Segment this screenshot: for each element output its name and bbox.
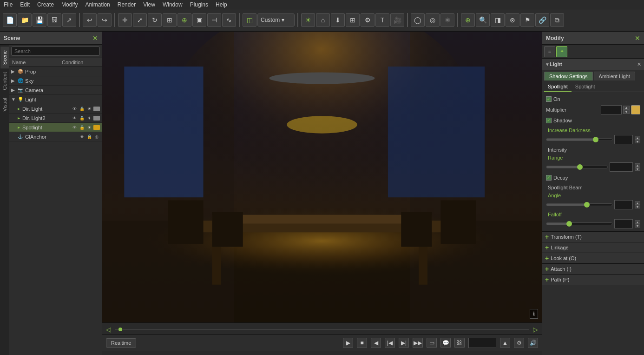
share-button[interactable]: ⊗ <box>506 13 519 27</box>
vis-icon[interactable]: 👁 <box>71 124 78 131</box>
attach-header[interactable]: + Attach (I) <box>542 264 644 274</box>
timeline-playhead[interactable] <box>118 328 122 331</box>
frame-up-button[interactable]: ▲ <box>500 338 510 348</box>
vtab-visual[interactable]: Visual <box>0 94 9 115</box>
falloff-thumb[interactable] <box>566 221 572 227</box>
search-input[interactable] <box>11 47 100 56</box>
range-label[interactable]: Range <box>544 154 642 161</box>
viewport-info-button[interactable]: ℹ <box>530 309 538 319</box>
lock-icon[interactable]: 🔒 <box>79 106 85 112</box>
tree-item-prop[interactable]: ▶ 📦 Prop <box>9 67 102 76</box>
shadow-checkbox[interactable] <box>546 118 552 123</box>
color-swatch[interactable] <box>93 116 100 121</box>
on-checkbox[interactable] <box>546 96 552 102</box>
screen-button[interactable]: ▭ <box>427 338 437 348</box>
tree-item-sky[interactable]: ▶ 🌐 Sky <box>9 76 102 86</box>
save-as-button[interactable]: 🖫 <box>47 13 61 27</box>
path-header[interactable]: + Path (P) <box>542 275 644 285</box>
brush-button[interactable]: ⊕ <box>177 13 191 27</box>
step-fwd-button[interactable]: ▶| <box>399 338 409 348</box>
move-button[interactable]: ⤢ <box>133 13 147 27</box>
spotlight-tab2[interactable]: Spotlight <box>572 82 599 92</box>
chat-button[interactable]: 💬 <box>440 338 451 348</box>
tree-item-glanchor[interactable]: ⚓ GlAnchor 👁 🔒 ◎ <box>9 132 102 141</box>
vis-icon[interactable]: 👁 <box>71 115 78 121</box>
stop-button[interactable]: ■ <box>357 338 367 348</box>
darkness-input[interactable]: 40 <box>614 135 633 144</box>
audio-button[interactable]: 🔊 <box>528 338 538 348</box>
sun-icon[interactable]: ☀ <box>86 106 92 112</box>
prev-frame-button[interactable]: ◀ <box>371 338 381 348</box>
lock-icon[interactable]: 🔒 <box>86 134 92 140</box>
angle-up[interactable]: ▲ <box>635 201 640 205</box>
transform-header[interactable]: + Transform (T) <box>542 232 644 242</box>
vtab-scene[interactable]: Content <box>0 68 9 94</box>
tree-item-dirlight2[interactable]: ▸ Dir. Light2 👁 🔒 ☀ <box>9 114 102 123</box>
redo-button[interactable]: ↪ <box>98 13 112 27</box>
curve-button[interactable]: ∿ <box>222 13 236 27</box>
light-section-header[interactable]: ▼ Light ✕ <box>542 59 644 70</box>
step-back-button[interactable]: |◀ <box>385 338 395 348</box>
timeline-track[interactable] <box>115 329 529 330</box>
increase-darkness-label[interactable]: Increase Darkness <box>544 126 642 134</box>
realtime-button[interactable]: Realtime <box>106 338 136 348</box>
multiplier-input[interactable]: 1.45 <box>601 105 622 114</box>
menu-view[interactable]: View <box>143 1 155 8</box>
physics-button[interactable]: ⚛ <box>440 13 454 27</box>
menu-render[interactable]: Render <box>118 1 136 8</box>
multiplier-up[interactable]: ▲ <box>623 106 630 110</box>
angle-slider[interactable] <box>546 203 612 206</box>
open-button[interactable]: 📁 <box>18 13 32 27</box>
rotate-button[interactable]: ↻ <box>148 13 162 27</box>
falloff-down[interactable]: ▼ <box>635 224 640 228</box>
darkness-up[interactable]: ▲ <box>635 136 640 140</box>
vis-icon[interactable]: 👁 <box>71 106 78 112</box>
menu-modify[interactable]: Modify <box>61 1 78 8</box>
mirror-button[interactable]: ⊣ <box>207 13 221 27</box>
layer-button[interactable]: ◎ <box>426 13 440 27</box>
snap-button[interactable]: ⊕ <box>461 13 475 27</box>
falloff-label[interactable]: Falloff <box>544 210 642 218</box>
darkness-slider[interactable] <box>546 138 612 141</box>
menu-create[interactable]: Create <box>37 1 54 8</box>
color-swatch[interactable] <box>93 107 100 111</box>
vtab-content[interactable]: Scene <box>0 47 9 68</box>
light-color-swatch[interactable] <box>631 105 640 114</box>
text-button[interactable]: T <box>375 13 389 27</box>
undo-button[interactable]: ↩ <box>83 13 97 27</box>
viewport-dropdown[interactable]: Custom ▾ <box>257 13 295 27</box>
menu-plugins[interactable]: Plugins <box>190 1 208 8</box>
download-button[interactable]: ⬇ <box>331 13 345 27</box>
lock-icon[interactable]: 🔒 <box>79 124 85 131</box>
sun-icon[interactable]: ☀ <box>86 115 92 121</box>
falloff-input[interactable]: 30 <box>614 219 633 228</box>
color-swatch-orange[interactable] <box>93 125 100 130</box>
lock-icon[interactable]: 🔒 <box>79 115 85 121</box>
sun-icon[interactable]: ☀ <box>86 124 92 131</box>
decay-checkbox[interactable] <box>546 175 552 181</box>
range-up[interactable]: ▲ <box>635 163 640 167</box>
play-button[interactable]: ▶ <box>343 338 353 348</box>
zoom-button[interactable]: 🔍 <box>476 13 490 27</box>
range-thumb[interactable] <box>577 164 583 170</box>
save-button[interactable]: 💾 <box>33 13 46 27</box>
angle-thumb[interactable] <box>584 202 590 208</box>
menu-animation[interactable]: Animation <box>85 1 110 8</box>
angle-down[interactable]: ▼ <box>635 205 640 208</box>
falloff-up[interactable]: ▲ <box>635 220 640 224</box>
filter-button[interactable]: ≡ <box>544 46 555 57</box>
angle-input[interactable]: 94 <box>614 200 633 209</box>
tree-item-dirlight1[interactable]: ▸ Dir. Light 👁 🔒 ☀ <box>9 104 102 114</box>
render2-button[interactable]: ◨ <box>491 13 505 27</box>
grid-button[interactable]: ⊞ <box>346 13 360 27</box>
lookat-header[interactable]: + Look at (O) <box>542 253 644 263</box>
ambient-light-tab[interactable]: Ambient Light <box>594 72 635 80</box>
flag-button[interactable]: ⚑ <box>520 13 534 27</box>
darkness-thumb[interactable] <box>593 137 598 142</box>
spotlight-tab1[interactable]: Spotlight <box>544 82 572 92</box>
light-section-close[interactable]: ✕ <box>637 61 641 67</box>
settings2-button[interactable]: ⚙ <box>514 338 524 348</box>
extra-button[interactable]: ⧉ <box>550 13 564 27</box>
settings-button[interactable]: ⚙ <box>361 13 375 27</box>
new-button[interactable]: 📄 <box>3 13 17 27</box>
